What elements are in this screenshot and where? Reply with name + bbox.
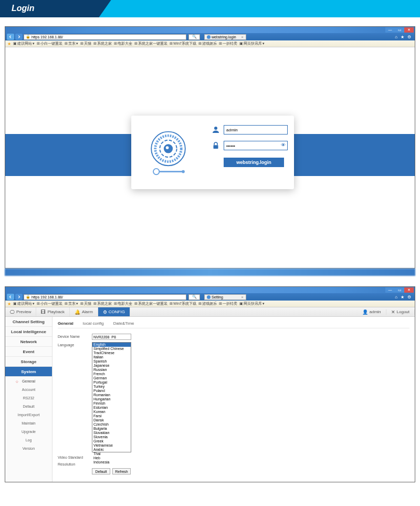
- gear-icon[interactable]: ⚙: [407, 35, 411, 39]
- language-option[interactable]: Heb: [92, 456, 131, 460]
- fav-link[interactable]: ⊞ 游戏娱乐: [198, 41, 217, 46]
- language-option[interactable]: Turkey: [92, 385, 131, 389]
- fav-link[interactable]: ▣ 建议网站 ▾: [13, 41, 35, 46]
- fav-link[interactable]: ⊞ 电影大全: [114, 301, 132, 306]
- sidebar-item-storage[interactable]: Storage: [5, 357, 52, 367]
- fav-link[interactable]: ▣ 建议网站 ▾: [13, 301, 35, 306]
- language-option[interactable]: Thai: [92, 452, 131, 456]
- language-option[interactable]: Finnish: [92, 401, 131, 406]
- fav-link[interactable]: ⊞ 系统之家一键重装: [134, 41, 167, 46]
- config-button[interactable]: ⚙CONFIG: [98, 307, 130, 316]
- sidebar-sub-maintain[interactable]: Maintain: [5, 419, 52, 427]
- browser-tab[interactable]: Setting×: [204, 294, 246, 300]
- fav-link[interactable]: ▣ 网页快讯库 ▾: [239, 301, 265, 306]
- language-option[interactable]: Russian: [92, 368, 131, 372]
- default-button[interactable]: Default: [92, 468, 110, 474]
- sidebar-sub-log[interactable]: Log: [5, 436, 52, 444]
- forward-button[interactable]: [15, 294, 23, 300]
- language-option[interactable]: English: [92, 343, 131, 347]
- sidebar-sub-upgrade[interactable]: Upgrade: [5, 427, 52, 436]
- fav-link[interactable]: ▣ 网页快讯库 ▾: [239, 41, 265, 46]
- close-button[interactable]: ✕: [404, 27, 414, 33]
- password-input[interactable]: [224, 141, 288, 150]
- language-option[interactable]: Italian: [92, 355, 131, 359]
- language-option[interactable]: Simplified Chinese: [92, 347, 131, 351]
- fav-link[interactable]: ⊞ 一折特卖: [219, 301, 237, 306]
- sidebar-item-intel[interactable]: Local intelligence: [5, 327, 52, 337]
- fav-link[interactable]: ⊞ 电影大全: [114, 41, 132, 46]
- fav-link[interactable]: ⊞ Win7系统下载: [170, 41, 196, 46]
- language-option[interactable]: Dansk: [92, 418, 131, 422]
- sidebar-sub-general[interactable]: General: [5, 377, 52, 385]
- language-option[interactable]: Korean: [92, 410, 131, 414]
- sidebar-item-event[interactable]: Event: [5, 347, 52, 357]
- language-option[interactable]: Portugal: [92, 380, 131, 385]
- logout-button[interactable]: ✕Logout: [386, 309, 415, 315]
- language-option[interactable]: TradChinese: [92, 351, 131, 355]
- preview-button[interactable]: 🖵Preview: [5, 307, 36, 316]
- maximize-button[interactable]: ▭: [395, 27, 404, 33]
- tab-general[interactable]: General: [58, 319, 74, 328]
- language-option[interactable]: Farsi: [92, 414, 131, 418]
- maximize-button[interactable]: ▭: [395, 287, 404, 293]
- search-split[interactable]: 🔍: [188, 294, 200, 300]
- language-option[interactable]: Slovakian: [92, 431, 131, 435]
- tab-close-icon[interactable]: ×: [241, 35, 244, 39]
- sidebar-item-system[interactable]: System: [5, 367, 52, 377]
- sidebar-sub-default[interactable]: Default: [5, 402, 52, 410]
- fav-link[interactable]: ⊞ 系统之家一键重装: [134, 301, 167, 306]
- username-input[interactable]: [224, 125, 288, 135]
- language-option[interactable]: Bulgaria: [92, 427, 131, 431]
- close-button[interactable]: ✕: [404, 287, 414, 293]
- refresh-button[interactable]: Refresh: [112, 468, 131, 474]
- browser-tab[interactable]: webstring.login×: [204, 34, 246, 40]
- star-icon[interactable]: ★: [401, 295, 404, 300]
- fav-link[interactable]: ⊞ Win7系统下载: [170, 301, 196, 306]
- back-button[interactable]: [7, 294, 14, 300]
- tab-datetime[interactable]: Date&Time: [113, 319, 134, 328]
- language-option[interactable]: Czechish: [92, 422, 131, 427]
- minimize-button[interactable]: —: [385, 287, 395, 293]
- language-option[interactable]: Hungarian: [92, 397, 131, 401]
- language-option[interactable]: Vietnamese: [92, 443, 131, 448]
- search-split[interactable]: 🔍: [188, 34, 200, 40]
- sidebar-item-network[interactable]: Network: [5, 337, 52, 347]
- url-bar[interactable]: 🔒https 192.168.1.88/: [24, 34, 186, 40]
- forward-button[interactable]: [15, 34, 23, 40]
- home-icon[interactable]: ⌂: [395, 295, 397, 300]
- tab-close-icon[interactable]: ×: [241, 295, 244, 300]
- language-option[interactable]: Estonian: [92, 406, 131, 410]
- fav-link[interactable]: ⊞ 一折特卖: [219, 41, 237, 46]
- back-button[interactable]: [7, 34, 14, 40]
- alarm-button[interactable]: 🔔Alarm: [70, 307, 98, 316]
- language-option[interactable]: Japanese: [92, 364, 131, 368]
- login-button[interactable]: webstring.login: [224, 158, 284, 167]
- sidebar-sub-import[interactable]: Import/Export: [5, 410, 52, 419]
- minimize-button[interactable]: —: [385, 27, 395, 33]
- fav-link[interactable]: ⊞ 系统之家: [93, 41, 112, 46]
- sidebar-sub-rs232[interactable]: RS232: [5, 394, 52, 402]
- language-option[interactable]: Spanish: [92, 359, 131, 364]
- sidebar-sub-version[interactable]: Version: [5, 444, 52, 452]
- language-option[interactable]: Slovenia: [92, 435, 131, 439]
- devicename-input[interactable]: [92, 334, 131, 340]
- fav-link[interactable]: ⊞ 小白一键重装: [37, 301, 62, 306]
- eye-icon[interactable]: 👁: [281, 142, 286, 148]
- language-option[interactable]: Indonesia: [92, 460, 131, 464]
- language-dropdown[interactable]: EnglishSimplified ChineseTradChineseItal…: [92, 342, 131, 452]
- url-bar[interactable]: 🔒https 192.168.1.88/: [24, 294, 186, 300]
- fav-link[interactable]: ⊞ 游戏娱乐: [198, 301, 217, 306]
- admin-button[interactable]: 👤admin: [358, 309, 386, 315]
- sidebar-sub-account[interactable]: Account: [5, 385, 52, 394]
- fav-link[interactable]: ⊞ 系统之家: [93, 301, 112, 306]
- language-option[interactable]: German: [92, 376, 131, 380]
- sidebar-item-channel[interactable]: Channel Setting: [5, 317, 52, 327]
- language-option[interactable]: French: [92, 372, 131, 376]
- fav-link[interactable]: ⊞ 天猫: [80, 41, 91, 46]
- playback-button[interactable]: 🎞Playback: [36, 307, 69, 316]
- fav-link[interactable]: ⊞ 天猫: [80, 301, 91, 306]
- language-option[interactable]: Arabic: [92, 448, 131, 452]
- fav-link[interactable]: ⊞ 京东 ▾: [65, 41, 78, 46]
- fav-link[interactable]: ⊞ 京东 ▾: [65, 301, 78, 306]
- language-option[interactable]: Romanian: [92, 393, 131, 397]
